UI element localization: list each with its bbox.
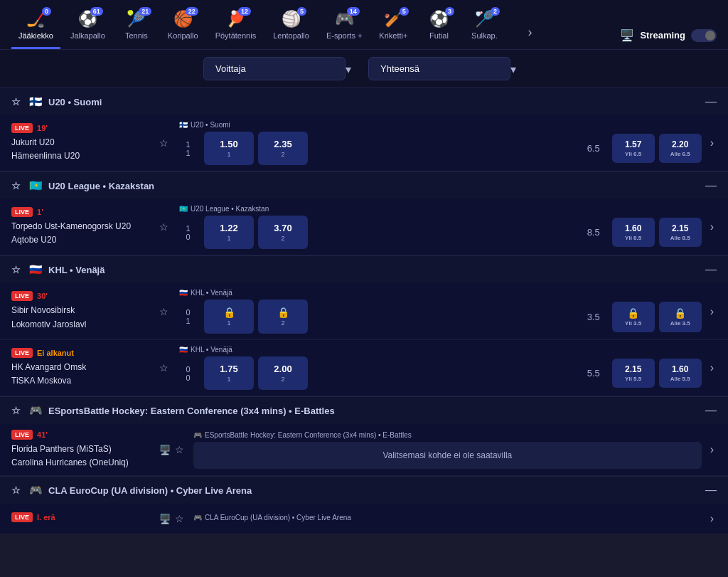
- esports-badge: 14: [347, 7, 360, 16]
- league-collapse-khl[interactable]: —: [705, 263, 717, 276]
- tab-koripallo[interactable]: 🏀22 Koripallo: [161, 6, 205, 49]
- tab-futial[interactable]: ⚽3 Futial: [417, 6, 460, 49]
- tab-sulkap[interactable]: 🏸2 Sulkap.: [463, 6, 505, 49]
- over-btn-m2[interactable]: 1.60 Yli 8.5: [612, 218, 655, 247]
- jalkapallo-icon: ⚽61: [78, 10, 97, 28]
- bet1-label-m2: 1: [227, 235, 230, 242]
- under-btn-m3[interactable]: 🔒 Alle 3.5: [659, 302, 702, 332]
- under-odds-m2: 2.15: [672, 223, 688, 233]
- bet1-label-m4: 1: [227, 376, 230, 383]
- bet2-btn-m4[interactable]: 2.00 2: [258, 356, 308, 390]
- league-star-cla[interactable]: ☆: [11, 485, 21, 496]
- esports-label: E-sports +: [326, 31, 362, 40]
- match-info-m1: LIVE 19' Jukurit U20 Hämeenlinna U20: [11, 123, 154, 163]
- league-label-m6: 🎮 CLA EuroCup (UA division) • Cyber Live…: [193, 514, 702, 522]
- under-btn-m1[interactable]: 2.20 Alle 6.5: [659, 134, 702, 163]
- tab-jaakiekko[interactable]: 🏒0 Jääkiekko: [11, 6, 60, 49]
- match-details-m1: ☆ 🇫🇮 U20 • Suomi 1 1: [159, 121, 702, 165]
- unavailable-msg-m5: Valitsemasi kohde ei ole saatavilla: [193, 442, 702, 469]
- team2-m5: Carolina Hurricanes (OneUniq): [11, 456, 154, 470]
- tab-kriketti[interactable]: 🏏5 Kriketti+: [372, 6, 414, 49]
- bet2-btn-m3[interactable]: 🔒 2: [258, 300, 308, 334]
- poytatennis-label: Pöytätennis: [215, 31, 256, 40]
- expand-btn-m6[interactable]: ›: [707, 509, 717, 528]
- khl-flag: 🇷🇺: [29, 263, 43, 276]
- match-minute-m5: 41': [37, 430, 48, 439]
- total-filter-wrapper: Yhteensä: [368, 57, 525, 80]
- match-minute-m4: Ei alkanut: [37, 349, 74, 357]
- over-btn-m4[interactable]: 2.15 Yli 5.5: [612, 359, 655, 388]
- bet2-odds-m4: 2.00: [274, 364, 291, 374]
- match-star-m4[interactable]: ☆: [159, 362, 168, 374]
- expand-btn-m4[interactable]: ›: [707, 359, 717, 377]
- under-odds-m1: 2.20: [672, 139, 688, 149]
- streaming-section: 🖥️ Streaming: [620, 28, 717, 49]
- under-btn-m4[interactable]: 1.60 Alle 5.5: [659, 359, 702, 388]
- over-label-m2: Yli 8.5: [625, 235, 641, 241]
- scores-m2: 1 0: [179, 224, 197, 241]
- live-badge-m6: LIVE: [11, 512, 33, 522]
- league-star-esportsbattle[interactable]: ☆: [11, 405, 21, 416]
- match-star-m1[interactable]: ☆: [159, 137, 168, 149]
- tab-jalkapallo[interactable]: ⚽61 Jalkapallo: [63, 6, 112, 49]
- expand-btn-m3[interactable]: ›: [707, 302, 717, 321]
- match-star-m5[interactable]: ☆: [175, 444, 184, 455]
- bet1-label-m3: 1: [227, 319, 230, 327]
- expand-btn-m2[interactable]: ›: [707, 218, 717, 236]
- match-star-m3[interactable]: ☆: [159, 306, 168, 317]
- team2-m3: Lokomotiv Jaroslavl: [11, 318, 154, 332]
- bet1-btn-m3[interactable]: 🔒 1: [204, 300, 254, 334]
- league-label-m2: 🇰🇿 U20 League • Kazakstan: [179, 205, 702, 213]
- lentopallo-label: Lentopallo: [273, 31, 309, 40]
- under-btn-m2[interactable]: 2.15 Alle 8.5: [659, 218, 702, 247]
- filter-bar: Voittaja Yhteensä: [0, 50, 728, 88]
- bet1-odds-m2: 1.22: [220, 223, 237, 233]
- over-lock-m3: 🔒: [627, 307, 639, 319]
- bet1-btn-m1[interactable]: 1.50 1: [204, 132, 254, 165]
- league-collapse-esportsbattle[interactable]: —: [705, 404, 717, 417]
- live-badge-m4: LIVE: [11, 348, 33, 358]
- over-btn-m3[interactable]: 🔒 Yli 3.5: [612, 302, 655, 332]
- winner-filter[interactable]: Voittaja: [203, 57, 346, 80]
- khl-name: KHL • Venäjä: [48, 265, 105, 275]
- scores-m1: 1 1: [179, 140, 197, 157]
- total-m2: 8.5: [579, 227, 608, 238]
- match-details-m6: 🖥️ ☆ 🎮 CLA EuroCup (UA division) • Cyber…: [159, 513, 702, 524]
- league-ref-m5: ESportsBattle Hockey: Eastern Conference…: [205, 431, 412, 439]
- over-odds-m4: 2.15: [625, 364, 641, 374]
- match-star-m2[interactable]: ☆: [159, 221, 168, 233]
- more-icon: ›: [528, 25, 532, 40]
- under-odds-m4: 1.60: [672, 364, 688, 374]
- league-star-u20-kazakstan[interactable]: ☆: [11, 180, 21, 191]
- match-star-m6[interactable]: ☆: [175, 513, 184, 524]
- league-collapse-u20-kazakstan[interactable]: —: [705, 179, 717, 192]
- under-label-m4: Alle 5.5: [670, 376, 690, 382]
- match-row-m2: LIVE 1' Torpedo Ust-Kamenogorsk U20 Aqto…: [0, 199, 728, 255]
- tab-tennis[interactable]: 🎾21 Tennis: [115, 6, 158, 49]
- league-collapse-cla[interactable]: —: [705, 484, 717, 497]
- bet1-btn-m4[interactable]: 1.75 1: [204, 356, 254, 390]
- expand-btn-m5[interactable]: ›: [707, 440, 717, 459]
- bet2-label-m1: 2: [281, 151, 284, 158]
- league-star-khl[interactable]: ☆: [11, 264, 21, 275]
- bet2-btn-m2[interactable]: 3.70 2: [258, 216, 308, 249]
- team2-m4: TiSKA Moskova: [11, 374, 154, 388]
- expand-btn-m1[interactable]: ›: [707, 134, 717, 152]
- team1-m4: HK Avangard Omsk: [11, 361, 154, 374]
- tab-esports[interactable]: 🎮14 E-sports +: [319, 6, 369, 49]
- over-btn-m1[interactable]: 1.57 Yli 6.5: [612, 134, 655, 163]
- total-filter[interactable]: Yhteensä: [368, 57, 510, 80]
- league-cla-eurocup: ☆ 🎮 CLA EuroCup (UA division) • Cyber Li…: [0, 476, 728, 534]
- sulkap-badge: 2: [491, 7, 500, 16]
- bet2-btn-m1[interactable]: 2.35 2: [258, 132, 308, 165]
- bet1-odds-m4: 1.75: [220, 364, 237, 374]
- tab-poytatennis[interactable]: 🏓12 Pöytätennis: [208, 6, 263, 49]
- tab-lentopallo[interactable]: 🏐5 Lentopallo: [266, 6, 316, 49]
- streaming-toggle-switch[interactable]: [691, 29, 717, 42]
- tennis-label: Tennis: [125, 31, 148, 40]
- scores-m3: 0 1: [179, 308, 197, 325]
- tab-more[interactable]: ›: [508, 21, 551, 49]
- league-collapse-u20-suomi[interactable]: —: [705, 95, 717, 108]
- league-star-u20-suomi[interactable]: ☆: [11, 96, 21, 107]
- bet1-btn-m2[interactable]: 1.22 1: [204, 216, 254, 249]
